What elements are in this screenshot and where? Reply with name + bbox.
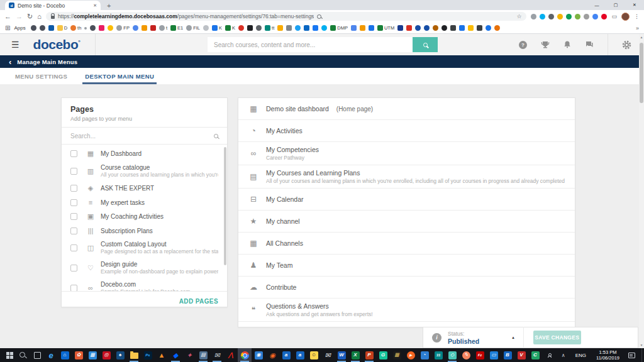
hamburger-menu-icon[interactable]: ☰ — [11, 40, 19, 50]
page-list-item[interactable]: ≡ My expert tasks — [62, 195, 227, 209]
extension-icon[interactable] — [531, 14, 536, 19]
page-scrollbar[interactable]: ▲ ▼ — [639, 34, 644, 348]
reload-icon[interactable]: ↻ — [27, 13, 33, 20]
bookmark-item[interactable] — [99, 25, 104, 31]
bookmark-item[interactable] — [477, 25, 482, 31]
extension-icon[interactable] — [601, 14, 607, 19]
vlc[interactable]: ▲ — [155, 348, 169, 362]
pages-search-input[interactable] — [70, 133, 210, 140]
photoshop[interactable]: Ps — [141, 348, 155, 362]
extension-icon[interactable] — [566, 14, 572, 19]
bookmark-item[interactable]: E1 — [170, 25, 183, 31]
bookmark-item[interactable] — [369, 25, 374, 31]
smiley-app[interactable]: ☺ — [307, 348, 321, 362]
bookmark-item[interactable] — [351, 25, 357, 31]
list-scrollbar[interactable] — [224, 147, 226, 265]
bookmark-item[interactable] — [295, 25, 301, 31]
save-changes-button[interactable]: SAVE CHANGES — [533, 331, 581, 344]
people-tray-icon[interactable] — [548, 356, 552, 358]
scrollbar-thumb[interactable] — [640, 43, 643, 103]
bookmark-item[interactable] — [459, 25, 465, 31]
page-list-item[interactable]: ▥ Course catalogue All your courses and … — [62, 161, 227, 181]
show-desktop-button[interactable] — [641, 348, 644, 362]
bookmark-star-icon[interactable]: ☆ — [516, 13, 521, 19]
scroll-down-icon[interactable]: ▼ — [639, 342, 644, 348]
bookmark-item[interactable]: UTM — [377, 25, 394, 31]
store[interactable]: ⌂ — [58, 348, 72, 362]
messages-chat-icon[interactable] — [584, 40, 594, 50]
envelope-app[interactable]: ✉ — [321, 348, 335, 362]
bookmark-item[interactable] — [486, 25, 491, 31]
page-list-item[interactable]: ♡ Design guide Example of non-dashboard … — [62, 258, 227, 278]
checkbox[interactable] — [70, 150, 77, 157]
language-indicator[interactable]: ENG — [575, 353, 586, 358]
zoom-icon[interactable] — [317, 14, 321, 19]
pencil-app[interactable]: ✎ — [459, 348, 473, 362]
page-list-item[interactable]: ∞ Docebo.com Sample External Link for Do… — [62, 278, 227, 291]
bookmark-item[interactable] — [256, 25, 262, 31]
bookmark-item[interactable] — [277, 25, 283, 31]
action-center-icon[interactable] — [628, 353, 635, 358]
chrome[interactable] — [238, 348, 252, 362]
acrobat[interactable]: ⋀ — [224, 348, 238, 362]
powerpoint[interactable]: P — [362, 348, 376, 362]
bookmark-item[interactable]: K — [212, 25, 222, 31]
lock-icon[interactable] — [51, 16, 55, 19]
filezilla[interactable]: Fz — [473, 348, 487, 362]
edge[interactable]: e — [44, 348, 58, 362]
cast-icon[interactable]: ▭ — [611, 13, 617, 19]
bookmark-item[interactable] — [406, 25, 412, 31]
profile-avatar[interactable] — [621, 13, 630, 21]
bookmark-item[interactable] — [108, 25, 113, 31]
menu-item-row[interactable]: ◔ My Activities — [238, 120, 575, 142]
global-search-input[interactable] — [208, 37, 413, 52]
bookmark-item[interactable] — [450, 25, 456, 31]
bookmark-item[interactable]: t — [159, 25, 167, 31]
menu-item-row[interactable]: ▤ My Courses and Learning Plans All of y… — [238, 165, 575, 189]
bookmark-item[interactable] — [424, 25, 430, 31]
bookmark-item[interactable] — [433, 25, 438, 31]
bookmark-item[interactable] — [238, 25, 244, 31]
gamification-trophy-icon[interactable] — [540, 40, 550, 50]
new-tab-button[interactable]: + — [107, 1, 111, 10]
bookmark-item[interactable] — [84, 27, 87, 30]
bookmark-item[interactable]: FP — [116, 25, 130, 31]
menu-item-row[interactable]: ∞ My Competencies Career Pathway — [238, 142, 575, 165]
teal-app[interactable]: ◇ — [445, 348, 459, 362]
checkbox[interactable] — [70, 199, 77, 206]
tray-chevron-icon[interactable]: ∧ — [562, 353, 565, 358]
app-v[interactable]: V — [514, 348, 528, 362]
extension-icon[interactable] — [557, 14, 563, 19]
menu-item-row[interactable]: ⊟ My Calendar — [238, 189, 575, 211]
calculator[interactable]: ▦ — [86, 348, 99, 362]
app-b[interactable]: B — [501, 348, 514, 362]
menu-item-row[interactable]: ❝ Questions & Answers Ask questions and … — [238, 299, 575, 322]
page-list-item[interactable]: ◈ ASK THE EXPERT — [62, 181, 227, 195]
tab-close-icon[interactable]: ✕ — [93, 3, 97, 8]
checkbox[interactable] — [70, 265, 77, 272]
bookmark-item[interactable]: FIL — [186, 25, 200, 31]
dial-app[interactable]: ◔ — [418, 348, 431, 362]
file-explorer[interactable] — [127, 348, 141, 362]
dropbox[interactable]: ◆ — [169, 348, 182, 362]
page-list-item[interactable]: ▣ My Coaching Activities — [62, 209, 227, 224]
close-button[interactable]: ✕ — [625, 0, 644, 10]
address-bar[interactable]: https://completelearningdemo.docebosaas.… — [46, 12, 527, 21]
help-icon[interactable]: ? — [518, 40, 528, 50]
tab-menu-settings[interactable]: MENU SETTINGS — [13, 68, 70, 84]
checkbox[interactable] — [70, 228, 77, 234]
office-o[interactable]: ◉ — [265, 348, 279, 362]
extension-icon[interactable] — [575, 14, 580, 19]
menu-item-row[interactable]: ♟ My Team — [238, 255, 575, 277]
taskbar-clock[interactable]: 1:53 PM11/06/2019 — [596, 349, 619, 361]
status-dropdown-caret-icon[interactable]: ▴ — [512, 335, 514, 340]
menu-item-row[interactable]: ★ My channel — [238, 211, 575, 233]
excel[interactable]: X — [348, 348, 362, 362]
bookmark-item[interactable] — [360, 25, 365, 31]
paint[interactable]: ✦ — [182, 348, 196, 362]
task-view[interactable] — [30, 348, 44, 362]
bookmark-item[interactable] — [321, 25, 327, 31]
minimize-button[interactable]: — — [587, 0, 606, 10]
maximize-button[interactable]: ▢ — [606, 0, 625, 10]
page-list-item[interactable]: ||| Subscription Plans — [62, 224, 227, 238]
